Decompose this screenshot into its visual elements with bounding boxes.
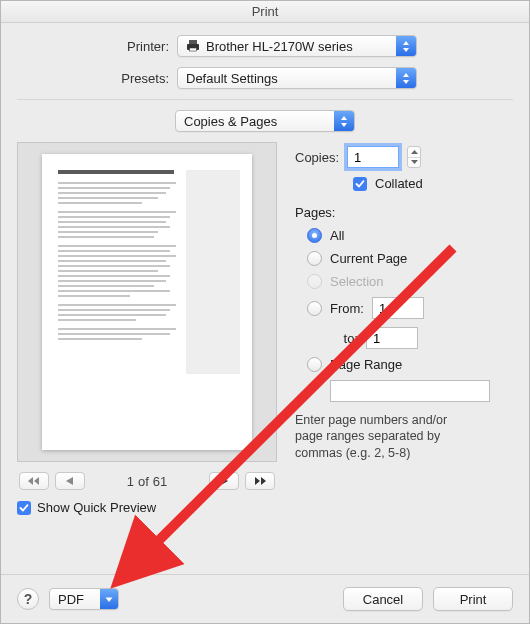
pane-value: Copies & Pages <box>184 114 277 129</box>
divider <box>17 99 513 100</box>
prev-page-button[interactable] <box>55 472 85 490</box>
radio-all-label: All <box>330 228 344 243</box>
copies-label: Copies: <box>295 150 339 165</box>
pdf-menu[interactable]: PDF <box>49 588 119 610</box>
next-page-button[interactable] <box>209 472 239 490</box>
stepper-down-icon <box>408 158 420 168</box>
radio-page-range-label: Page Range <box>330 357 402 372</box>
radio-current-page[interactable] <box>307 251 322 266</box>
collated-label: Collated <box>375 176 423 191</box>
printer-label: Printer: <box>17 39 177 54</box>
printer-icon <box>186 40 200 52</box>
page-range-hint: Enter page numbers and/or page ranges se… <box>295 412 475 461</box>
presets-select[interactable]: Default Settings <box>177 67 417 89</box>
radio-selection-label: Selection <box>330 274 383 289</box>
last-page-button[interactable] <box>245 472 275 490</box>
printer-value: Brother HL-2170W series <box>206 39 353 54</box>
page-preview <box>17 142 277 462</box>
first-page-button[interactable] <box>19 472 49 490</box>
chevron-up-down-icon <box>334 111 354 131</box>
to-label: to: <box>330 331 358 346</box>
collated-checkbox[interactable] <box>353 177 367 191</box>
radio-from[interactable] <box>307 301 322 316</box>
radio-all[interactable] <box>307 228 322 243</box>
document-thumbnail <box>42 154 252 450</box>
chevron-up-down-icon <box>396 68 416 88</box>
chevron-up-down-icon <box>396 36 416 56</box>
pages-label: Pages: <box>295 205 513 220</box>
radio-page-range[interactable] <box>307 357 322 372</box>
radio-current-page-label: Current Page <box>330 251 407 266</box>
copies-input[interactable] <box>347 146 399 168</box>
svg-rect-0 <box>189 40 197 44</box>
chevron-down-icon <box>100 589 118 609</box>
help-button[interactable]: ? <box>17 588 39 610</box>
presets-label: Presets: <box>17 71 177 86</box>
show-quick-preview-label: Show Quick Preview <box>37 500 156 515</box>
presets-value: Default Settings <box>186 71 278 86</box>
radio-selection <box>307 274 322 289</box>
printer-select[interactable]: Brother HL-2170W series <box>177 35 417 57</box>
copies-stepper[interactable] <box>407 146 421 168</box>
pane-select[interactable]: Copies & Pages <box>175 110 355 132</box>
svg-rect-2 <box>190 48 197 51</box>
radio-from-label: From: <box>330 301 364 316</box>
window-title: Print <box>1 1 529 23</box>
page-counter: 1 of 61 <box>127 474 168 489</box>
print-button[interactable]: Print <box>433 587 513 611</box>
pdf-label: PDF <box>58 592 84 607</box>
page-range-input[interactable] <box>330 380 490 402</box>
stepper-up-icon <box>408 147 420 158</box>
to-input[interactable] <box>366 327 418 349</box>
from-input[interactable] <box>372 297 424 319</box>
cancel-button[interactable]: Cancel <box>343 587 423 611</box>
show-quick-preview-checkbox[interactable] <box>17 501 31 515</box>
